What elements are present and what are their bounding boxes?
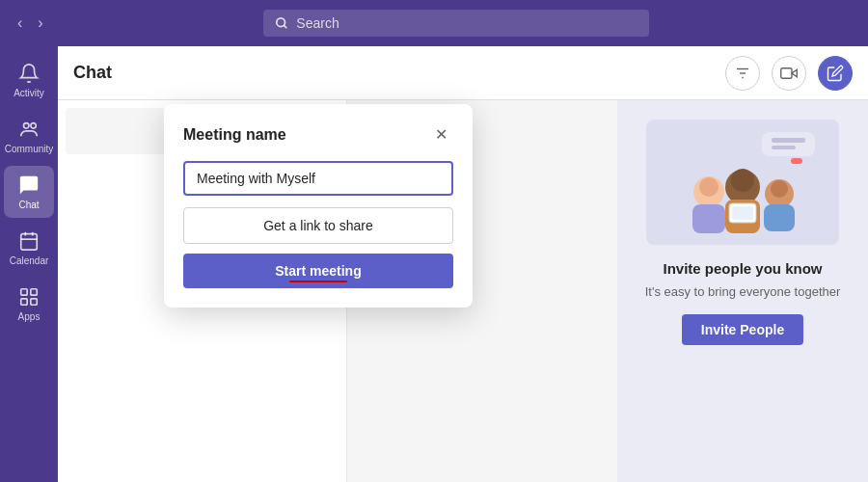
sidebar-chat-label: Chat <box>18 200 39 210</box>
svg-point-2 <box>24 123 30 128</box>
meeting-name-input[interactable] <box>183 161 453 196</box>
nav-forward-button[interactable]: › <box>32 11 48 36</box>
svg-rect-11 <box>31 299 37 305</box>
start-meeting-button[interactable]: Start meeting <box>183 254 453 288</box>
sidebar-apps-label: Apps <box>18 311 41 322</box>
get-link-button[interactable]: Get a link to share <box>183 207 453 244</box>
search-placeholder: Search <box>296 15 339 31</box>
sidebar: Activity Community Chat <box>0 46 58 482</box>
apps-icon <box>17 285 41 308</box>
main-layout: Activity Community Chat <box>0 46 868 482</box>
svg-rect-10 <box>21 299 27 305</box>
nav-arrows: ‹ › <box>12 11 49 36</box>
svg-point-3 <box>31 123 37 128</box>
sidebar-item-activity[interactable]: Activity <box>4 54 54 106</box>
sidebar-item-community[interactable]: Community <box>4 110 54 162</box>
modal-close-button[interactable]: ✕ <box>429 123 453 146</box>
sidebar-community-label: Community <box>5 144 54 154</box>
nav-back-button[interactable]: ‹ <box>12 11 28 36</box>
sidebar-item-calendar[interactable]: Calendar <box>4 222 54 274</box>
sidebar-item-apps[interactable]: Apps <box>4 278 54 330</box>
svg-rect-4 <box>21 234 38 250</box>
sidebar-calendar-label: Calendar <box>10 255 49 266</box>
calendar-icon <box>17 229 41 253</box>
search-bar[interactable]: Search <box>263 10 649 37</box>
modal-title: Meeting name <box>183 126 286 144</box>
modal-overlay: Meeting name ✕ Get a link to share Start… <box>58 46 868 482</box>
modal-header: Meeting name ✕ <box>183 123 453 146</box>
top-bar: ‹ › Search <box>0 0 868 46</box>
search-icon <box>275 16 288 30</box>
chat-icon <box>17 174 41 197</box>
svg-rect-8 <box>21 289 27 295</box>
activity-icon <box>17 62 41 85</box>
community-icon <box>17 118 41 141</box>
content-area: Chat <box>58 46 868 482</box>
svg-rect-9 <box>31 289 37 295</box>
svg-line-1 <box>285 25 287 28</box>
meeting-name-modal: Meeting name ✕ Get a link to share Start… <box>164 104 473 308</box>
sidebar-activity-label: Activity <box>14 88 44 98</box>
sidebar-item-chat[interactable]: Chat <box>4 166 54 218</box>
